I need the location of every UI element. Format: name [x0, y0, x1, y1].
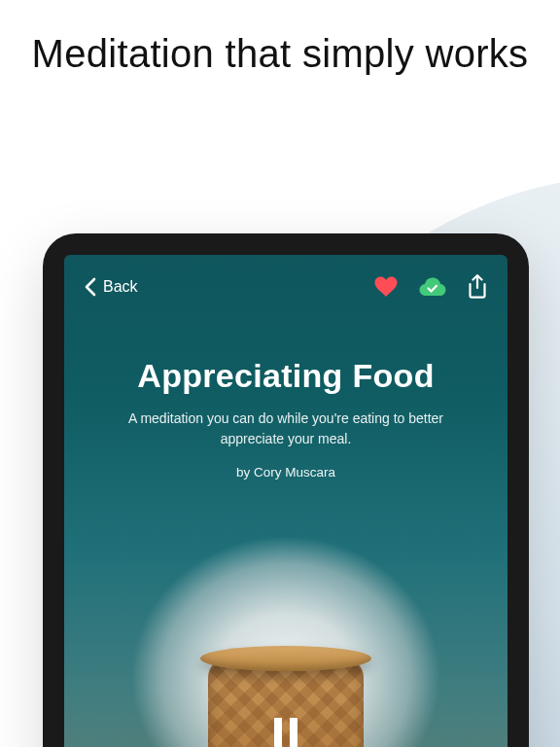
content-block: Appreciating Food A meditation you can d… — [64, 357, 508, 480]
heart-icon[interactable] — [373, 275, 399, 299]
meditation-description: A meditation you can do while you're eat… — [111, 409, 461, 449]
chevron-left-icon — [84, 277, 97, 297]
svg-rect-0 — [274, 718, 282, 747]
meditation-title: Appreciating Food — [93, 357, 478, 395]
pause-icon — [271, 716, 300, 747]
share-icon[interactable] — [467, 274, 488, 300]
back-button[interactable]: Back — [84, 277, 138, 297]
tablet-frame: Back Appreciating Food A meditation y — [43, 233, 529, 747]
cloud-check-icon[interactable] — [418, 276, 447, 298]
back-label: Back — [103, 278, 138, 296]
svg-rect-1 — [290, 718, 298, 747]
meditation-author: by Cory Muscara — [93, 465, 478, 480]
promo-headline: Meditation that simply works — [0, 31, 560, 76]
app-screen: Back Appreciating Food A meditation y — [64, 255, 508, 747]
action-bar — [373, 274, 488, 300]
top-bar: Back — [64, 274, 508, 300]
cone-rim — [200, 646, 371, 671]
pause-button[interactable] — [271, 716, 300, 747]
app-promo-stage: Meditation that simply works Back — [0, 0, 560, 747]
